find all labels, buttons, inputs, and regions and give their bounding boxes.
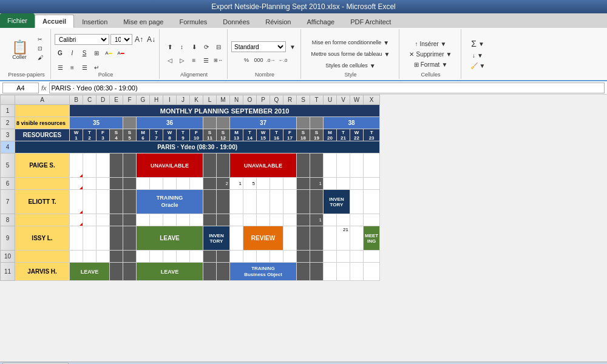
merge-btn[interactable]: ⊟ [213, 41, 224, 52]
cell-x8[interactable] [364, 214, 380, 226]
cell-s7[interactable] [297, 190, 310, 214]
day-t21[interactable]: T21 [337, 129, 350, 141]
font-color-button[interactable]: A▬ [115, 47, 126, 58]
cell-e7[interactable] [110, 190, 123, 214]
day-t14[interactable]: T14 [243, 129, 257, 141]
week-37[interactable]: 37 [230, 117, 297, 129]
cell-a8[interactable] [15, 214, 70, 226]
col-header-f[interactable]: F [123, 95, 137, 105]
week-35[interactable]: 35 [70, 117, 123, 129]
decrease-decimal-btn[interactable]: ←.0 [277, 55, 288, 66]
cell-b6[interactable] [70, 178, 83, 190]
cell-f5[interactable] [123, 153, 137, 178]
autosum-btn[interactable]: Σ ▼ [468, 38, 487, 50]
cell-k8[interactable] [190, 214, 203, 226]
col-header-c[interactable]: C [83, 95, 97, 105]
right-indent-btn[interactable]: ▷ [177, 55, 188, 66]
col-header-r[interactable]: R [283, 95, 297, 105]
cell-m8[interactable] [217, 214, 230, 226]
cell-v5[interactable] [337, 153, 350, 178]
cell-n8[interactable] [230, 214, 243, 226]
cell-u6[interactable] [324, 178, 337, 190]
cell-t11[interactable] [310, 263, 324, 281]
number-format-select[interactable]: Standard [231, 41, 286, 52]
day-f10[interactable]: F10 [190, 129, 203, 141]
cell-e9[interactable] [110, 226, 123, 251]
cell-v11[interactable] [337, 263, 350, 281]
cell-reference-input[interactable] [2, 83, 39, 93]
col-header-l[interactable]: L [203, 95, 217, 105]
cell-h6[interactable] [150, 178, 163, 190]
col-header-e[interactable]: E [110, 95, 123, 105]
cell-paige-name[interactable]: PAIGE S. [15, 153, 70, 178]
col-header-a[interactable]: A [15, 95, 70, 105]
day-w15[interactable]: W15 [257, 129, 270, 141]
col-header-q[interactable]: Q [270, 95, 283, 105]
cell-o10[interactable] [243, 251, 257, 263]
font-size-select[interactable]: 10 [110, 34, 132, 45]
cell-o8[interactable] [243, 214, 257, 226]
cell-v10[interactable] [337, 251, 350, 263]
cell-r9[interactable] [283, 226, 297, 251]
cell-q7[interactable] [270, 190, 283, 214]
table-format-btn[interactable]: Mettre sous forme de tableau ▼ [308, 50, 393, 59]
cell-s2[interactable] [297, 117, 310, 129]
copy-button[interactable]: ⊡ [35, 44, 46, 53]
cell-w6[interactable] [350, 178, 364, 190]
border-button[interactable]: ⊞ [91, 47, 102, 58]
format-button[interactable]: ⊞ Format ▼ [411, 60, 451, 69]
conditional-format-btn[interactable]: Mise en forme conditionnelle ▼ [309, 38, 392, 47]
cell-r10[interactable] [283, 251, 297, 263]
cell-t2[interactable] [310, 117, 324, 129]
cell-s5[interactable] [297, 153, 310, 178]
issy-inventory[interactable]: INVENTORY [203, 226, 230, 251]
format-painter-button[interactable]: 🖌 [35, 53, 46, 62]
right-btn[interactable]: ☰ [201, 55, 212, 66]
day-s4[interactable]: S4 [110, 129, 123, 141]
cell-l5[interactable] [203, 153, 217, 178]
increase-font-btn[interactable]: A↑ [134, 34, 144, 45]
cell-f2[interactable] [123, 117, 137, 129]
cell-c10[interactable] [83, 251, 97, 263]
col-header-s[interactable]: S [297, 95, 310, 105]
cell-u9[interactable] [324, 226, 337, 251]
cell-l2[interactable] [203, 117, 217, 129]
cell-e8[interactable] [110, 214, 123, 226]
col-header-d[interactable]: D [97, 95, 110, 105]
cell-t8[interactable]: 1 [310, 214, 324, 226]
cell-p7[interactable] [257, 190, 270, 214]
monthly-title-cell[interactable]: MONTHLY PLANNING SEPTEMBER 2010 [70, 105, 380, 117]
cell-c5[interactable] [83, 153, 97, 178]
day-s5[interactable]: S5 [123, 129, 137, 141]
clear-btn[interactable]: 🧹 ▼ [467, 61, 489, 70]
merge-center-btn[interactable]: ⊞↔ [213, 55, 224, 66]
cell-c6[interactable] [83, 178, 97, 190]
cell-f9[interactable] [123, 226, 137, 251]
bold-button[interactable]: G [55, 47, 66, 58]
tab-fichier[interactable]: Fichier [0, 13, 35, 28]
cell-c9[interactable] [83, 226, 97, 251]
cell-l10[interactable] [203, 251, 217, 263]
col-header-p[interactable]: P [257, 95, 270, 105]
cell-e11[interactable] [110, 263, 123, 281]
cell-x6[interactable] [364, 178, 380, 190]
day-f17[interactable]: F17 [283, 129, 297, 141]
day-s18[interactable]: S18 [297, 129, 310, 141]
cell-f7[interactable] [123, 190, 137, 214]
cell-n9[interactable] [230, 226, 243, 251]
bottom-align-btn[interactable]: ⬇ [189, 41, 200, 52]
issy-review[interactable]: REVIEW [243, 226, 283, 251]
issy-meeting[interactable]: MEETING [364, 226, 380, 251]
cell-s11[interactable] [297, 263, 310, 281]
rotate-btn[interactable]: ⟳ [201, 41, 212, 52]
tab-revision[interactable]: Révision [257, 15, 299, 28]
cell-l6[interactable] [203, 178, 217, 190]
cell-p6[interactable] [257, 178, 270, 190]
cell-r8[interactable] [283, 214, 297, 226]
eliott-inventory[interactable]: INVENTORY [324, 190, 350, 214]
cell-q8[interactable] [270, 214, 283, 226]
cell-q10[interactable] [270, 251, 283, 263]
cell-jarvis-name[interactable]: JARVIS H. [15, 263, 70, 281]
col-header-g[interactable]: G [137, 95, 150, 105]
cell-x5[interactable] [364, 153, 380, 178]
